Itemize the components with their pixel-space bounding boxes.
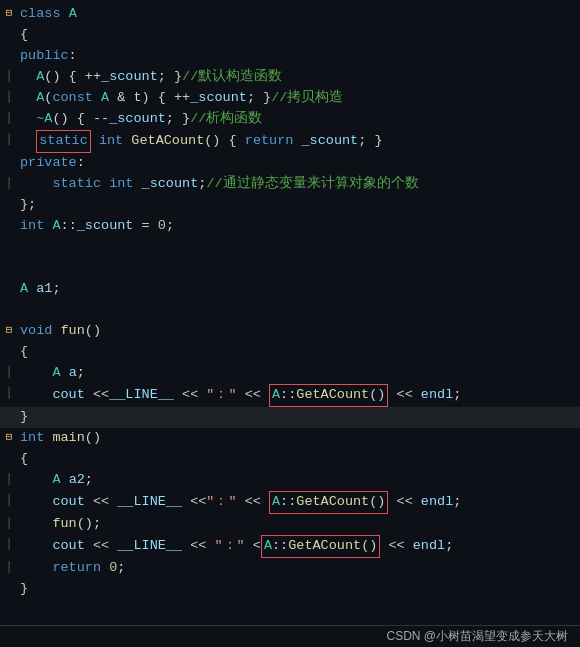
fold-prefix-25: | <box>0 514 18 533</box>
fold-prefix-19: | <box>0 384 18 403</box>
line-23: | A a2; <box>0 470 580 491</box>
line-content-10: }; <box>20 195 578 216</box>
line-10: }; <box>0 195 580 216</box>
fold-prefix-5: | <box>0 88 18 107</box>
line-content-1: class A <box>20 4 578 25</box>
static-keyword-box: static <box>36 130 91 153</box>
line-20: } <box>0 407 580 428</box>
line-21: ⊟ int main() <box>0 428 580 449</box>
line-content-7: static int GetACount() { return _scount;… <box>20 130 578 153</box>
line-25: | fun(); <box>0 514 580 535</box>
line-content-5: A(const A & t) { ++_scount; }//拷贝构造 <box>20 88 578 109</box>
line-27: | return 0; <box>0 558 580 579</box>
line-content-9: static int _scount;//通过静态变量来计算对象的个数 <box>20 174 578 195</box>
fold-prefix-6: | <box>0 109 18 128</box>
line-18: | A a; <box>0 363 580 384</box>
fold-prefix-9: | <box>0 174 18 193</box>
line-15 <box>0 300 580 321</box>
line-7: | static int GetACount() { return _scoun… <box>0 130 580 153</box>
line-8: private: <box>0 153 580 174</box>
bottom-bar: CSDN @小树苗渴望变成参天大树 <box>0 625 580 647</box>
line-content-26: cout << __LINE__ << "：" <A::GetACount() … <box>20 535 578 558</box>
line-content-8: private: <box>20 153 578 174</box>
fold-prefix-7: | <box>0 130 18 149</box>
line-content-20: } <box>20 407 578 428</box>
fold-prefix-1: ⊟ <box>0 4 18 23</box>
line-content-19: cout <<__LINE__ << "：" << A::GetACount()… <box>20 384 578 407</box>
line-content-15 <box>20 300 578 321</box>
line-13 <box>0 258 580 279</box>
line-2: { <box>0 25 580 46</box>
line-content-6: ~A() { --_scount; }//析构函数 <box>20 109 578 130</box>
line-content-14: A a1; <box>20 279 578 300</box>
line-28: } <box>0 579 580 600</box>
fold-prefix-18: | <box>0 363 18 382</box>
line-12 <box>0 237 580 258</box>
line-content-21: int main() <box>20 428 578 449</box>
line-content-18: A a; <box>20 363 578 384</box>
line-content-23: A a2; <box>20 470 578 491</box>
line-14: A a1; <box>0 279 580 300</box>
line-26: | cout << __LINE__ << "：" <A::GetACount(… <box>0 535 580 558</box>
line-19: | cout <<__LINE__ << "：" << A::GetACount… <box>0 384 580 407</box>
line-17: { <box>0 342 580 363</box>
call-box-fun: A::GetACount() <box>269 384 388 407</box>
fold-prefix-24: | <box>0 491 18 510</box>
line-content-16: void fun() <box>20 321 578 342</box>
line-content-17: { <box>20 342 578 363</box>
call-box-main-2: A::GetACount() <box>261 535 380 558</box>
fold-prefix-21: ⊟ <box>0 428 18 447</box>
line-content-27: return 0; <box>20 558 578 579</box>
line-content-4: A() { ++_scount; }//默认构造函数 <box>20 67 578 88</box>
line-content-13 <box>20 258 578 279</box>
line-16: ⊟ void fun() <box>0 321 580 342</box>
line-content-2: { <box>20 25 578 46</box>
fold-prefix-26: | <box>0 535 18 554</box>
line-11: int A::_scount = 0; <box>0 216 580 237</box>
line-content-22: { <box>20 449 578 470</box>
line-9: | static int _scount;//通过静态变量来计算对象的个数 <box>0 174 580 195</box>
line-4: | A() { ++_scount; }//默认构造函数 <box>0 67 580 88</box>
code-container: ⊟ class A { public: | A() { ++_scount; }… <box>0 0 580 647</box>
line-6: | ~A() { --_scount; }//析构函数 <box>0 109 580 130</box>
line-content-3: public: <box>20 46 578 67</box>
line-3: public: <box>0 46 580 67</box>
line-content-25: fun(); <box>20 514 578 535</box>
line-24: | cout << __LINE__ <<"：" << A::GetACount… <box>0 491 580 514</box>
line-5: | A(const A & t) { ++_scount; }//拷贝构造 <box>0 88 580 109</box>
line-content-24: cout << __LINE__ <<"：" << A::GetACount()… <box>20 491 578 514</box>
fold-prefix-4: | <box>0 67 18 86</box>
code-area: ⊟ class A { public: | A() { ++_scount; }… <box>0 0 580 604</box>
line-22: { <box>0 449 580 470</box>
watermark-text: CSDN @小树苗渴望变成参天大树 <box>386 628 568 645</box>
line-content-28: } <box>20 579 578 600</box>
line-content-12 <box>20 237 578 258</box>
fold-prefix-16: ⊟ <box>0 321 18 340</box>
line-1: ⊟ class A <box>0 4 580 25</box>
fold-prefix-23: | <box>0 470 18 489</box>
fold-prefix-27: | <box>0 558 18 577</box>
line-content-11: int A::_scount = 0; <box>20 216 578 237</box>
call-box-main-1: A::GetACount() <box>269 491 388 514</box>
